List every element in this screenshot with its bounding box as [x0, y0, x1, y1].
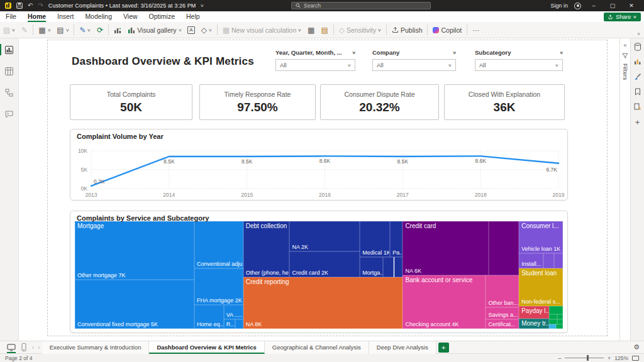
treemap-cell[interactable]: MortgageOther mortgage 7K — [75, 221, 194, 280]
maximize-button[interactable]: ▢ — [606, 3, 619, 9]
page-tab-dashboard-overview[interactable]: Dashboard Overview & KPI Metrics — [149, 341, 264, 354]
treemap-cell[interactable]: Credit cardNA 6K — [402, 221, 489, 275]
treemap-cell[interactable] — [549, 314, 557, 320]
treemap-cell[interactable]: Bank account or serviceChecking account … — [402, 275, 486, 329]
treemap-cell[interactable]: Pa... — [390, 221, 402, 257]
zoom-slider-handle[interactable] — [587, 355, 589, 361]
line-chart-visual[interactable]: Complaint Volume by Year 0K5K10K20132014… — [70, 129, 568, 200]
recent-sources-button[interactable]: ▤∨ — [53, 26, 72, 34]
redo-icon[interactable]: ↷ — [38, 3, 43, 9]
text-box-button[interactable]: A — [184, 26, 197, 34]
treemap-cell[interactable]: Credit card 2K — [289, 251, 360, 277]
treemap-cell[interactable]: Conventional fixed mortgage 5K — [75, 280, 194, 329]
shapes-button[interactable]: ◇∨ — [198, 26, 215, 34]
treemap-cell[interactable]: Install... — [519, 253, 543, 268]
new-table-button[interactable]: ▦ — [304, 26, 318, 34]
treemap-cell[interactable]: Conventional adju... — [194, 221, 243, 268]
add-pane-button[interactable]: + — [635, 118, 640, 126]
publish-button[interactable]: Publish — [389, 26, 425, 34]
zoom-slider[interactable] — [565, 358, 604, 358]
paste-button[interactable]: ▤∨ — [0, 26, 18, 34]
menu-optimize[interactable]: Optimize — [143, 11, 180, 22]
menu-file[interactable]: File — [0, 11, 22, 22]
menu-insert[interactable]: Insert — [52, 11, 79, 22]
treemap-cell[interactable] — [394, 257, 403, 277]
collapse-ribbon-icon[interactable]: ∨ — [637, 31, 640, 36]
copilot-button[interactable]: Copilot — [430, 26, 465, 34]
fit-to-page-icon[interactable] — [632, 356, 639, 361]
data-pane-button[interactable] — [634, 42, 641, 51]
treemap-cell[interactable]: Money tr... — [519, 319, 549, 329]
treemap-cell[interactable] — [554, 253, 563, 268]
treemap-cell[interactable]: Certificat... — [486, 319, 519, 329]
chevron-down-icon[interactable]: ∨ — [559, 50, 564, 55]
share-button[interactable]: Share ∨ — [604, 13, 641, 21]
account-avatar[interactable] — [574, 3, 581, 9]
settings-gear-icon[interactable]: ⚙ — [633, 343, 640, 351]
title-dropdown-icon[interactable]: ∨ — [201, 3, 205, 8]
zoom-in-button[interactable]: + — [608, 355, 611, 361]
desktop-layout-button[interactable] — [5, 342, 18, 353]
menu-modeling[interactable]: Modeling — [79, 11, 118, 22]
treemap-cell[interactable] — [557, 314, 563, 320]
page-tab-geographical-analysis[interactable]: Geographical & Channel Analysis — [265, 341, 369, 354]
save-icon[interactable] — [16, 3, 23, 9]
ribbon-more-button[interactable]: ⋯ — [469, 26, 482, 34]
new-visual-button[interactable]: + — [111, 26, 125, 34]
undo-icon[interactable]: ↶ — [28, 3, 33, 9]
treemap-cell[interactable] — [235, 319, 243, 329]
new-page-button[interactable]: + — [438, 343, 449, 353]
treemap-cell[interactable]: Student loanNon-federal s... — [519, 268, 563, 306]
kpi-card-timely-response[interactable]: Timely Response Rate 97.50% — [199, 84, 316, 120]
quick-measure-button[interactable]: ▤ — [318, 26, 331, 34]
treemap-cell[interactable]: NA 2K — [289, 221, 360, 251]
treemap-cell[interactable]: Credit reportingNA 8K — [243, 277, 403, 329]
close-button[interactable]: ✕ — [625, 3, 638, 9]
treemap-cell[interactable]: Debt collectionOther (phone, he... — [243, 221, 290, 277]
transform-data-button[interactable]: ✎∨ — [76, 26, 94, 34]
sign-in-link[interactable]: Sign in — [550, 3, 568, 9]
treemap-cell[interactable] — [489, 221, 519, 275]
slicer-subcategory-dropdown[interactable]: All∨ — [475, 59, 563, 71]
selection-pane-button[interactable] — [634, 102, 641, 111]
kpi-card-closed-explanation[interactable]: Closed With Explanation 36K — [444, 84, 565, 120]
treemap-cell[interactable] — [549, 324, 556, 329]
treemap-cell[interactable]: VA ..... — [224, 305, 243, 319]
report-page[interactable]: Dashboard Overview & KPI Metrics Year, Q… — [47, 40, 608, 336]
model-view-button[interactable] — [0, 85, 18, 100]
table-view-button[interactable] — [0, 63, 18, 79]
treemap-cell[interactable]: Savings a... — [486, 307, 519, 319]
treemap-cell[interactable]: Home eq... — [194, 305, 224, 329]
slicer-company-dropdown[interactable]: All∨ — [372, 59, 456, 71]
bookmarks-pane-button[interactable] — [635, 87, 641, 96]
format-pane-button[interactable] — [634, 72, 641, 81]
treemap-cell[interactable] — [543, 253, 554, 268]
chevron-down-icon[interactable]: ∨ — [352, 50, 356, 55]
menu-help[interactable]: Help — [180, 11, 206, 22]
menu-home[interactable]: Home — [22, 11, 52, 22]
get-data-button[interactable]: ▦∨ — [35, 26, 53, 34]
treemap-cell[interactable]: Medical 1K — [360, 221, 390, 257]
report-view-button[interactable] — [0, 42, 18, 57]
treemap-cell[interactable]: Consumer l...Vehicle loan 1K — [519, 221, 563, 253]
slicer-date-dropdown[interactable]: All∨ — [275, 59, 355, 71]
visual-gallery-button[interactable]: Visual gallery∨ — [125, 26, 184, 34]
kpi-card-total-complaints[interactable]: Total Complaints 50K — [70, 84, 192, 120]
treemap-cell[interactable]: Mortga... — [360, 257, 383, 277]
treemap-visual[interactable]: Complaints by Service and Subcategory Mo… — [70, 211, 568, 333]
treemap-cell[interactable] — [549, 306, 563, 314]
format-painter-button[interactable]: ✎ — [18, 26, 31, 34]
treemap-cell[interactable] — [557, 319, 563, 324]
kpi-card-dispute-rate[interactable]: Consumer Dispute Rate 20.32% — [320, 84, 439, 120]
dax-query-view-button[interactable] — [0, 106, 18, 121]
chevron-down-icon[interactable]: ∨ — [452, 50, 457, 55]
treemap-cell[interactable]: R... — [224, 319, 236, 329]
previous-page-button[interactable]: ‹ — [30, 344, 36, 351]
build-visual-pane-button[interactable] — [634, 57, 641, 66]
expand-filters-icon[interactable]: « — [623, 42, 626, 48]
next-page-button[interactable]: › — [36, 344, 42, 351]
treemap-cell[interactable]: Payday l... — [519, 306, 549, 319]
zoom-out-button[interactable]: – — [558, 355, 562, 361]
menu-view[interactable]: View — [118, 11, 143, 22]
treemap-cell[interactable]: Other ban... — [486, 275, 519, 307]
